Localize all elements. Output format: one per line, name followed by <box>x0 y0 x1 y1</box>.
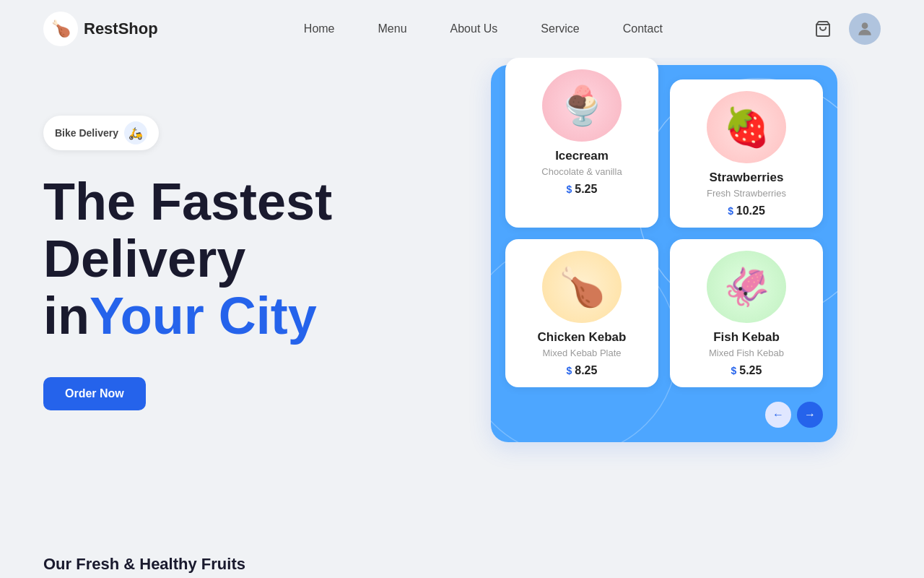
icecream-image: 🍨 <box>542 69 622 142</box>
badge-label: Bike Delivery <box>55 127 118 139</box>
chicken-kebab-price: $ 8.25 <box>567 364 598 377</box>
fish-kebab-image: 🦑 <box>707 251 786 323</box>
nav-about[interactable]: About Us <box>450 22 498 35</box>
hero-section: Bike Delivery 🛵 The Fastest Delivery inY… <box>0 58 924 549</box>
user-avatar[interactable] <box>849 13 881 45</box>
strawberries-desc: Fresh Strawberries <box>707 188 786 199</box>
hero-title-line1: The Fastest <box>43 173 462 230</box>
hero-title-line2: Delivery <box>43 230 462 288</box>
nav-home[interactable]: Home <box>304 22 335 35</box>
strawberries-name: Strawberries <box>710 171 784 185</box>
chicken-kebab-image: 🍗 <box>542 251 622 323</box>
fish-kebab-desc: Mixed Fish Kebab <box>709 348 784 358</box>
bike-delivery-badge: Bike Delivery 🛵 <box>43 116 159 150</box>
svg-point-1 <box>862 22 868 29</box>
chicken-kebab-name: Chicken Kebab <box>538 330 627 345</box>
strawberry-image: 🍓 <box>707 91 786 163</box>
fish-kebab-name: Fish Kebab <box>713 330 780 345</box>
section-title: Our Fresh & Healthy Fruits <box>0 555 924 574</box>
hero-title: The Fastest Delivery inYour City <box>43 173 462 345</box>
hero-right: 🍨 Icecream Chocolate & vanilla $ 5.25 🍓 … <box>462 65 837 442</box>
bike-icon: 🛵 <box>124 121 147 144</box>
food-card-chicken-kebab: 🍗 Chicken Kebab Mixed Kebab Plate $ 8.25 <box>505 239 658 387</box>
hero-title-highlight: Your City <box>90 287 317 345</box>
cart-icon[interactable] <box>808 14 837 43</box>
nav-right <box>808 13 881 45</box>
order-now-button[interactable]: Order Now <box>43 377 146 410</box>
next-arrow-button[interactable]: → <box>797 402 823 428</box>
strawberries-price: $ 10.25 <box>728 204 765 217</box>
hero-left: Bike Delivery 🛵 The Fastest Delivery inY… <box>43 72 462 410</box>
logo[interactable]: 🍗 RestShop <box>43 12 158 46</box>
food-card-icecream: 🍨 Icecream Chocolate & vanilla $ 5.25 <box>505 58 658 228</box>
nav-menu[interactable]: Menu <box>378 22 407 35</box>
food-card-strawberries: 🍓 Strawberries Fresh Strawberries $ 10.2… <box>670 79 823 228</box>
logo-text: RestShop <box>84 20 158 38</box>
food-card-fish-kebab: 🦑 Fish Kebab Mixed Fish Kebab $ 5.25 <box>670 239 823 387</box>
food-grid: 🍨 Icecream Chocolate & vanilla $ 5.25 🍓 … <box>491 65 837 442</box>
logo-icon: 🍗 <box>43 12 78 46</box>
nav-links: Home Menu About Us Service Contact <box>304 22 663 35</box>
icecream-name: Icecream <box>555 149 609 163</box>
chicken-kebab-desc: Mixed Kebab Plate <box>542 348 621 358</box>
prev-arrow-button[interactable]: ← <box>765 402 791 428</box>
navbar: 🍗 RestShop Home Menu About Us Service Co… <box>0 0 924 58</box>
fish-kebab-price: $ 5.25 <box>731 364 762 377</box>
icecream-price: $ 5.25 <box>567 183 598 196</box>
nav-contact[interactable]: Contact <box>623 22 663 35</box>
hero-title-prefix: in <box>43 287 90 345</box>
carousel-controls: ← → <box>505 399 823 428</box>
nav-service[interactable]: Service <box>541 22 579 35</box>
hero-title-line3: inYour City <box>43 288 462 345</box>
icecream-desc: Chocolate & vanilla <box>541 166 622 177</box>
